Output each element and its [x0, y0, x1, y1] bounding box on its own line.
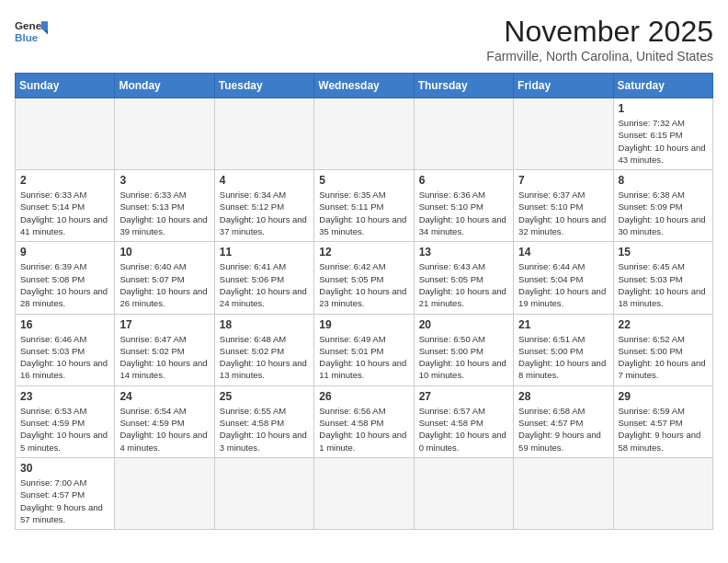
calendar-cell: [514, 98, 613, 170]
calendar-cell: 14Sunrise: 6:44 AM Sunset: 5:04 PM Dayli…: [514, 242, 613, 314]
day-info: Sunrise: 6:35 AM Sunset: 5:11 PM Dayligh…: [319, 189, 408, 237]
day-number: 22: [619, 318, 708, 331]
calendar-week-5: 23Sunrise: 6:53 AM Sunset: 4:59 PM Dayli…: [16, 385, 713, 457]
calendar-cell: 24Sunrise: 6:54 AM Sunset: 4:59 PM Dayli…: [115, 385, 214, 457]
day-number: 10: [119, 246, 209, 259]
day-number: 14: [518, 246, 608, 259]
day-number: 28: [518, 390, 608, 403]
calendar-week-3: 9Sunrise: 6:39 AM Sunset: 5:08 PM Daylig…: [16, 242, 713, 314]
calendar-cell: 26Sunrise: 6:56 AM Sunset: 4:58 PM Dayli…: [314, 385, 414, 457]
month-title: November 2025: [486, 15, 713, 49]
calendar-cell: 22Sunrise: 6:52 AM Sunset: 5:00 PM Dayli…: [613, 314, 712, 385]
day-info: Sunrise: 6:51 AM Sunset: 5:00 PM Dayligh…: [518, 333, 608, 382]
calendar-cell: 15Sunrise: 6:45 AM Sunset: 5:03 PM Dayli…: [613, 242, 712, 314]
calendar-cell: [314, 457, 414, 529]
location: Farmville, North Carolina, United States: [486, 49, 713, 63]
calendar-cell: 30Sunrise: 7:00 AM Sunset: 4:57 PM Dayli…: [16, 457, 115, 529]
calendar-cell: 6Sunrise: 6:36 AM Sunset: 5:10 PM Daylig…: [414, 170, 513, 242]
day-number: 2: [20, 174, 109, 187]
day-number: 19: [319, 318, 408, 331]
day-number: 23: [20, 390, 109, 403]
day-info: Sunrise: 6:57 AM Sunset: 4:58 PM Dayligh…: [419, 405, 508, 454]
day-info: Sunrise: 6:37 AM Sunset: 5:10 PM Dayligh…: [518, 189, 608, 237]
day-number: 9: [20, 246, 109, 259]
day-number: 1: [619, 102, 708, 115]
calendar-week-4: 16Sunrise: 6:46 AM Sunset: 5:03 PM Dayli…: [16, 314, 713, 385]
day-info: Sunrise: 6:44 AM Sunset: 5:04 PM Dayligh…: [518, 260, 608, 309]
day-info: Sunrise: 6:43 AM Sunset: 5:05 PM Dayligh…: [419, 260, 508, 309]
calendar-cell: 17Sunrise: 6:47 AM Sunset: 5:02 PM Dayli…: [115, 314, 214, 385]
calendar-cell: [214, 457, 313, 529]
day-info: Sunrise: 6:36 AM Sunset: 5:10 PM Dayligh…: [419, 189, 508, 237]
day-info: Sunrise: 6:34 AM Sunset: 5:12 PM Dayligh…: [220, 189, 309, 237]
calendar-cell: 13Sunrise: 6:43 AM Sunset: 5:05 PM Dayli…: [414, 242, 513, 314]
calendar-cell: 11Sunrise: 6:41 AM Sunset: 5:06 PM Dayli…: [214, 242, 313, 314]
calendar-cell: 1Sunrise: 7:32 AM Sunset: 6:15 PM Daylig…: [613, 98, 712, 170]
calendar-cell: 2Sunrise: 6:33 AM Sunset: 5:14 PM Daylig…: [16, 170, 115, 242]
calendar-week-6: 30Sunrise: 7:00 AM Sunset: 4:57 PM Dayli…: [16, 457, 713, 529]
calendar-cell: 10Sunrise: 6:40 AM Sunset: 5:07 PM Dayli…: [115, 242, 214, 314]
day-number: 20: [419, 318, 508, 331]
day-info: Sunrise: 6:40 AM Sunset: 5:07 PM Dayligh…: [119, 260, 209, 309]
calendar-cell: 3Sunrise: 6:33 AM Sunset: 5:13 PM Daylig…: [115, 170, 214, 242]
day-number: 8: [619, 174, 708, 187]
day-number: 4: [220, 174, 309, 187]
day-info: Sunrise: 6:48 AM Sunset: 5:02 PM Dayligh…: [220, 333, 309, 382]
calendar-cell: 25Sunrise: 6:55 AM Sunset: 4:58 PM Dayli…: [214, 385, 313, 457]
day-number: 24: [119, 390, 209, 403]
day-info: Sunrise: 6:54 AM Sunset: 4:59 PM Dayligh…: [119, 405, 209, 454]
day-info: Sunrise: 6:42 AM Sunset: 5:05 PM Dayligh…: [319, 260, 408, 309]
calendar-week-1: 1Sunrise: 7:32 AM Sunset: 6:15 PM Daylig…: [16, 98, 713, 170]
day-number: 6: [419, 174, 508, 187]
day-info: Sunrise: 6:47 AM Sunset: 5:02 PM Dayligh…: [119, 333, 209, 382]
day-info: Sunrise: 6:50 AM Sunset: 5:00 PM Dayligh…: [419, 333, 508, 382]
day-info: Sunrise: 6:55 AM Sunset: 4:58 PM Dayligh…: [220, 405, 309, 454]
day-info: Sunrise: 6:45 AM Sunset: 5:03 PM Dayligh…: [619, 260, 708, 309]
day-number: 11: [220, 246, 309, 259]
day-info: Sunrise: 7:32 AM Sunset: 6:15 PM Dayligh…: [619, 117, 708, 166]
calendar-cell: [115, 98, 214, 170]
calendar-cell: 23Sunrise: 6:53 AM Sunset: 4:59 PM Dayli…: [16, 385, 115, 457]
weekday-header-tuesday: Tuesday: [214, 74, 313, 98]
calendar-table: SundayMondayTuesdayWednesdayThursdayFrid…: [15, 73, 713, 530]
svg-marker-2: [41, 21, 48, 29]
calendar-cell: [214, 98, 313, 170]
svg-text:Blue: Blue: [15, 31, 39, 43]
day-number: 17: [119, 318, 209, 331]
day-info: Sunrise: 6:41 AM Sunset: 5:06 PM Dayligh…: [220, 260, 309, 309]
day-number: 21: [518, 318, 608, 331]
calendar-cell: 5Sunrise: 6:35 AM Sunset: 5:11 PM Daylig…: [314, 170, 414, 242]
calendar-cell: [16, 98, 115, 170]
day-info: Sunrise: 6:56 AM Sunset: 4:58 PM Dayligh…: [319, 405, 408, 454]
page-header: General Blue November 2025 Farmville, No…: [15, 15, 713, 63]
day-number: 16: [20, 318, 109, 331]
calendar-cell: [414, 457, 513, 529]
day-info: Sunrise: 6:52 AM Sunset: 5:00 PM Dayligh…: [619, 333, 708, 382]
day-info: Sunrise: 6:49 AM Sunset: 5:01 PM Dayligh…: [319, 333, 408, 382]
calendar-cell: [414, 98, 513, 170]
day-number: 3: [119, 174, 209, 187]
calendar-cell: [613, 457, 712, 529]
day-number: 27: [419, 390, 508, 403]
svg-marker-3: [43, 29, 48, 34]
day-number: 7: [518, 174, 608, 187]
calendar-cell: 12Sunrise: 6:42 AM Sunset: 5:05 PM Dayli…: [314, 242, 414, 314]
day-info: Sunrise: 6:46 AM Sunset: 5:03 PM Dayligh…: [20, 333, 109, 382]
calendar-cell: 7Sunrise: 6:37 AM Sunset: 5:10 PM Daylig…: [514, 170, 613, 242]
calendar-cell: 4Sunrise: 6:34 AM Sunset: 5:12 PM Daylig…: [214, 170, 313, 242]
calendar-cell: [115, 457, 214, 529]
day-number: 26: [319, 390, 408, 403]
calendar-cell: [514, 457, 613, 529]
day-number: 13: [419, 246, 508, 259]
calendar-cell: 9Sunrise: 6:39 AM Sunset: 5:08 PM Daylig…: [16, 242, 115, 314]
day-number: 30: [20, 462, 109, 475]
day-info: Sunrise: 6:58 AM Sunset: 4:57 PM Dayligh…: [518, 405, 608, 454]
calendar-cell: 29Sunrise: 6:59 AM Sunset: 4:57 PM Dayli…: [613, 385, 712, 457]
calendar-cell: 20Sunrise: 6:50 AM Sunset: 5:00 PM Dayli…: [414, 314, 513, 385]
weekday-header-saturday: Saturday: [613, 74, 712, 98]
day-info: Sunrise: 6:59 AM Sunset: 4:57 PM Dayligh…: [619, 405, 708, 454]
day-info: Sunrise: 6:33 AM Sunset: 5:14 PM Dayligh…: [20, 189, 109, 237]
weekday-header-row: SundayMondayTuesdayWednesdayThursdayFrid…: [16, 74, 713, 98]
day-info: Sunrise: 6:53 AM Sunset: 4:59 PM Dayligh…: [20, 405, 109, 454]
day-info: Sunrise: 6:33 AM Sunset: 5:13 PM Dayligh…: [119, 189, 209, 237]
